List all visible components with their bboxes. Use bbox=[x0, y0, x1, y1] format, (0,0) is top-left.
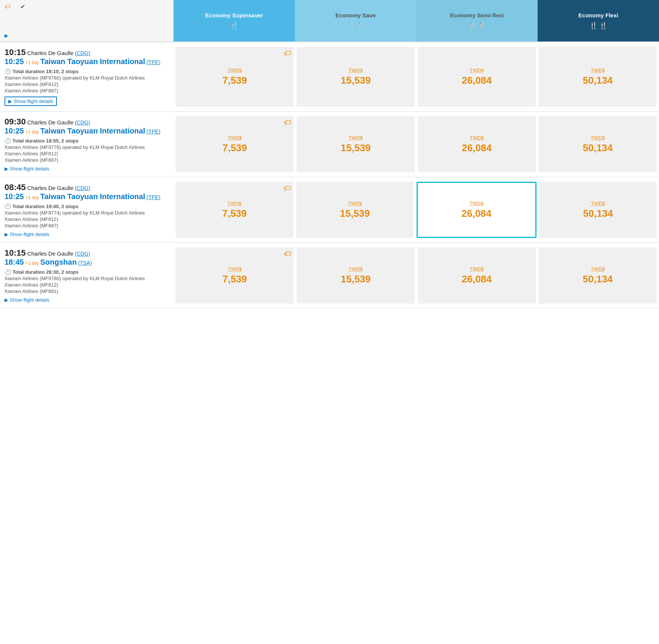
fare-cell[interactable]: TWD$ 15,539 bbox=[296, 182, 414, 238]
arr-day-offset: +1 day bbox=[25, 195, 40, 200]
fare-cell[interactable]: TWD$ 26,084 bbox=[418, 116, 536, 172]
flight-row: 09:30 Charles De Gaulle (CDG) 10:25 +1 d… bbox=[0, 112, 659, 177]
fare-cell[interactable]: TWD$ 15,539 bbox=[297, 247, 415, 304]
flight-info-2: 08:45 Charles De Gaulle (CDG) 10:25 +1 d… bbox=[0, 177, 173, 242]
arr-airport-code[interactable]: (TPE) bbox=[147, 194, 161, 200]
fare-cell[interactable]: TWD$ 15,539 bbox=[297, 116, 415, 172]
clock-icon: 🕐 bbox=[5, 203, 11, 209]
arr-day-offset: +1 day bbox=[25, 60, 40, 65]
dep-time-line: 08:45 Charles De Gaulle (CDG) bbox=[5, 182, 169, 192]
fare-currency: TWD$ bbox=[470, 266, 484, 272]
fare-currency: TWD$ bbox=[349, 266, 363, 272]
lowest-fare-tag: 🏷 bbox=[284, 118, 291, 127]
show-flight-details-link[interactable]: ▶ Show flight details bbox=[5, 166, 49, 172]
airline1: Xiamen Airlines (MF9774) operated by KLM… bbox=[5, 210, 169, 216]
fare-currency: TWD$ bbox=[349, 135, 363, 141]
airline2: Xiamen Airlines (MF812) bbox=[5, 282, 169, 288]
fare-amount: 15,539 bbox=[341, 75, 371, 86]
fare-currency: TWD$ bbox=[470, 135, 484, 141]
duration-line: 🕐 Total duration 26:30, 2 stops bbox=[5, 269, 169, 275]
dep-time: 09:30 bbox=[5, 117, 26, 126]
fare-cells-1: 🏷 TWD$ 7,539 TWD$ 15,539 TWD$ 26,084 TWD… bbox=[173, 112, 659, 177]
arr-airport-code[interactable]: (TPE) bbox=[147, 59, 161, 65]
meal-icons: 🍴 🍴 bbox=[589, 21, 607, 30]
lowest-fare-tag: 🏷 bbox=[284, 184, 291, 193]
show-flight-details-link[interactable]: ▶ Show flight details bbox=[5, 232, 49, 237]
fare-col-label: Economy Save bbox=[336, 12, 376, 18]
dep-airport-code[interactable]: (CDG) bbox=[75, 185, 90, 191]
fare-currency: TWD$ bbox=[591, 135, 605, 141]
lowest-fares-legend: 🏷 bbox=[5, 3, 13, 10]
arr-airport-code[interactable]: (TPE) bbox=[147, 129, 161, 135]
dep-airport-name: Charles De Gaulle bbox=[27, 50, 74, 56]
fare-currency: TWD$ bbox=[228, 135, 242, 141]
dep-time-line: 10:15 Charles De Gaulle (CDG) bbox=[5, 248, 169, 258]
fare-amount: 26,084 bbox=[462, 142, 492, 154]
cutlery-icon: 🍴 bbox=[346, 21, 355, 30]
show-details-label: Show flight details bbox=[10, 297, 49, 303]
dep-airport-code[interactable]: (CDG) bbox=[75, 251, 90, 257]
arr-airport-name: Songshan bbox=[40, 258, 77, 266]
fare-cell[interactable]: TWD$ 50,134 bbox=[539, 116, 657, 172]
fare-currency: TWD$ bbox=[591, 266, 605, 272]
fare-cell[interactable]: TWD$ 50,134 bbox=[539, 247, 657, 304]
flight-row: 08:45 Charles De Gaulle (CDG) 10:25 +1 d… bbox=[0, 177, 659, 243]
meal-icons: 🍴 🍴 bbox=[346, 21, 365, 30]
dep-airport-code[interactable]: (CDG) bbox=[75, 120, 90, 126]
show-details-label: Show flight details bbox=[10, 166, 49, 172]
airline3: Xiamen Airlines (MF887) bbox=[5, 223, 169, 228]
dep-airport-code[interactable]: (CDG) bbox=[75, 50, 90, 56]
arr-time-line: 10:25 +1 day Taiwan Taoyuan Internationa… bbox=[5, 192, 169, 201]
fare-amount: 7,539 bbox=[222, 273, 247, 285]
airline3: Xiamen Airlines (MF887) bbox=[5, 157, 169, 163]
fare-cells-2: 🏷 TWD$ 7,539 TWD$ 15,539 TWD$ 26,084 TWD… bbox=[173, 177, 659, 242]
fare-cell[interactable]: 🏷 TWD$ 7,539 bbox=[176, 247, 294, 304]
arrow-icon: ▶ bbox=[5, 166, 8, 172]
cutlery-icon: 🍴 bbox=[589, 21, 598, 30]
fare-cells-0: 🏷 TWD$ 7,539 TWD$ 15,539 TWD$ 26,084 TWD… bbox=[173, 42, 659, 111]
fare-col-header-semiflexi: Economy Semi-flexi 🍴 🍴 bbox=[416, 0, 538, 41]
fare-col-label: Economy Semi-flexi bbox=[450, 12, 504, 18]
fare-currency: TWD$ bbox=[349, 67, 363, 73]
fare-amount: 15,539 bbox=[340, 208, 370, 219]
airline3: Xiamen Airlines (MF881) bbox=[5, 288, 169, 294]
fare-cell[interactable]: 🏷 TWD$ 7,539 bbox=[176, 182, 293, 238]
fare-col-label: Economy Flexi bbox=[578, 12, 618, 18]
show-fare-comparison-link[interactable]: ▶ bbox=[5, 33, 169, 38]
show-flight-details-link[interactable]: ▶ Show flight details bbox=[5, 97, 57, 106]
arr-time-line: 10:25 +1 day Taiwan Taoyuan Internationa… bbox=[5, 127, 169, 135]
dep-time: 08:45 bbox=[5, 182, 26, 192]
flight-info-0: 10:15 Charles De Gaulle (CDG) 10:25 +1 d… bbox=[0, 42, 173, 111]
fare-amount: 50,134 bbox=[583, 142, 613, 154]
fare-amount: 26,084 bbox=[462, 273, 492, 285]
cutlery-icon: 🍴 bbox=[230, 21, 238, 30]
fare-cell[interactable]: 🏷 TWD$ 7,539 bbox=[176, 116, 294, 172]
duration-text: Total duration 18:55, 2 stops bbox=[12, 138, 78, 144]
arr-time: 18:45 bbox=[5, 258, 24, 266]
duration-line: 🕐 Total duration 18:55, 2 stops bbox=[5, 138, 169, 144]
cutlery-icon: 🍴 bbox=[468, 21, 476, 30]
fare-cell[interactable]: TWD$ 26,084 bbox=[417, 182, 536, 238]
fare-amount: 7,539 bbox=[222, 75, 247, 86]
fare-col-header-supersaver: Economy Supersaver 🍴 bbox=[173, 0, 295, 41]
dep-airport-name: Charles De Gaulle bbox=[27, 185, 74, 191]
fare-cell[interactable]: TWD$ 26,084 bbox=[418, 47, 536, 107]
fare-cell[interactable]: TWD$ 50,134 bbox=[539, 47, 657, 107]
fork-icon: 🍴 bbox=[478, 21, 486, 30]
arr-airport-code[interactable]: (TSA) bbox=[78, 260, 92, 266]
fare-cell[interactable]: TWD$ 26,084 bbox=[418, 247, 536, 304]
lowest-fare-tag: 🏷 bbox=[284, 250, 291, 258]
airline2: Xiamen Airlines (MF812) bbox=[5, 216, 169, 222]
fare-cell[interactable]: TWD$ 15,539 bbox=[297, 47, 415, 107]
show-details-label: Show flight details bbox=[14, 98, 53, 104]
duration-line: 🕐 Total duration 18:10, 2 stops bbox=[5, 68, 169, 74]
fare-columns-header: Economy Supersaver 🍴 Economy Save 🍴 🍴 Ec… bbox=[173, 0, 659, 41]
fare-cell[interactable]: 🏷 TWD$ 7,539 bbox=[176, 47, 294, 107]
flight-info-3: 10:15 Charles De Gaulle (CDG) 18:45 +1 d… bbox=[0, 243, 173, 308]
fare-currency: TWD$ bbox=[228, 67, 242, 73]
fare-cell[interactable]: TWD$ 50,134 bbox=[539, 182, 657, 238]
fork-icon: 🍴 bbox=[599, 21, 607, 30]
show-flight-details-link[interactable]: ▶ Show flight details bbox=[5, 297, 49, 303]
duration-line: 🕐 Total duration 19:40, 2 stops bbox=[5, 203, 169, 209]
fare-currency: TWD$ bbox=[591, 201, 605, 206]
